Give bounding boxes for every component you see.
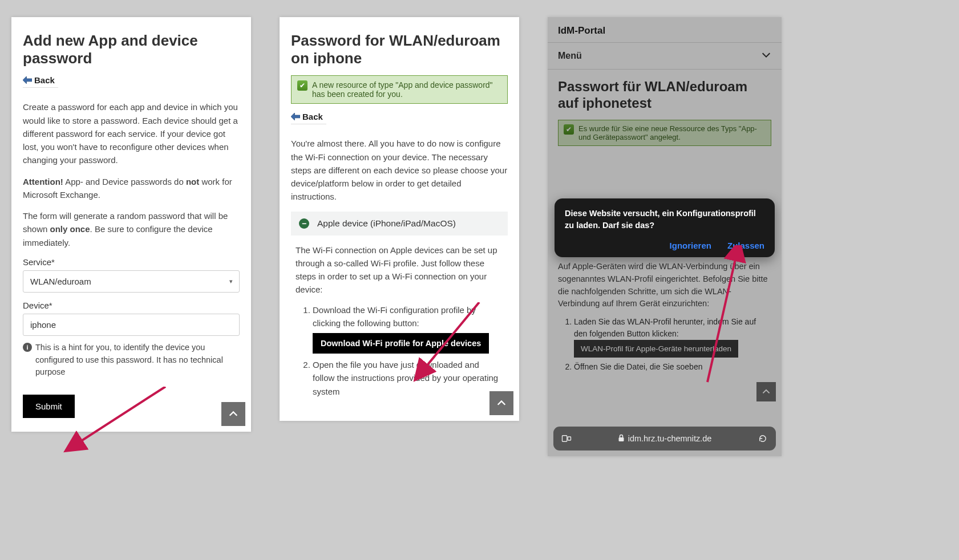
success-banner: ✔ Es wurde für Sie eine neue Ressource d… — [558, 120, 771, 146]
heading: Add new App and device password — [23, 32, 240, 67]
collapse-icon: − — [299, 218, 309, 229]
scroll-to-top-button[interactable] — [756, 382, 776, 401]
chevron-down-icon — [761, 50, 771, 62]
step-2: Open the file you have just downloaded a… — [313, 358, 503, 398]
attention-not: not — [186, 177, 199, 186]
info-icon: i — [23, 343, 32, 352]
accordion-apple-header[interactable]: − Apple device (iPhone/iPad/MacOS) — [291, 212, 508, 236]
panel-phone-dialog: IdM-Portal Menü Passwort für WLAN/eduroa… — [548, 17, 782, 456]
back-label: Back — [34, 75, 55, 85]
safari-url-bar[interactable]: idm.hrz.tu-chemnitz.de — [553, 427, 776, 451]
submit-button[interactable]: Submit — [23, 395, 75, 418]
accordion-apple-body: The Wi-Fi connection on Apple devices ca… — [291, 236, 508, 407]
dialog-allow-button[interactable]: Zulassen — [727, 241, 764, 250]
back-link[interactable]: Back — [291, 112, 326, 124]
success-banner: ✔ A new resource of type "App and device… — [291, 75, 508, 104]
device-label: Device* — [23, 301, 240, 310]
accordion-title: Apple device (iPhone/iPad/MacOS) — [317, 218, 456, 229]
device-hint: i This is a hint for you, to identify th… — [23, 342, 240, 379]
url-display: idm.hrz.tu-chemnitz.de — [580, 434, 750, 444]
panel-wlan-password: Password for WLAN/eduroam on iphone ✔ A … — [280, 17, 519, 421]
svg-line-0 — [79, 387, 165, 443]
annotation-arrow-icon — [63, 387, 177, 455]
apple-intro: Auf Apple-Geräten wird die WLAN-Verbindu… — [558, 261, 771, 310]
scroll-to-top-button[interactable] — [489, 391, 513, 415]
scroll-to-top-button[interactable] — [221, 402, 245, 426]
reader-icon — [561, 433, 572, 444]
download-wifi-profile-button[interactable]: Download Wi-Fi profile for Apple devices — [313, 333, 489, 354]
attention-label: Attention! — [23, 177, 63, 186]
service-select[interactable]: WLAN/eduroam — [23, 270, 240, 293]
random-note: The form will generate a random password… — [23, 209, 240, 249]
svg-rect-3 — [568, 437, 570, 440]
svg-rect-4 — [618, 437, 624, 441]
step-1: Download the Wi-Fi configuration profile… — [313, 303, 503, 354]
heading: Password for WLAN/eduroam on iphone — [291, 32, 508, 67]
portal-title: IdM-Portal — [548, 17, 782, 42]
intro-text: You're almost there. All you have to do … — [291, 137, 508, 203]
chevron-up-icon — [228, 409, 238, 419]
heading: Passwort für WLAN/eduroam auf iphonetest — [558, 79, 771, 112]
reload-icon[interactable] — [758, 433, 768, 444]
step-2: Öffnen Sie die Datei, die Sie soeben — [574, 361, 771, 373]
intro-text: Create a password for each app and devic… — [23, 100, 240, 167]
checkmark-icon: ✔ — [297, 80, 307, 91]
checkmark-icon: ✔ — [564, 124, 574, 135]
svg-rect-2 — [563, 436, 567, 442]
device-input[interactable] — [23, 314, 240, 336]
service-label: Service* — [23, 257, 240, 267]
dialog-message: Diese Website versucht, ein Konfiguratio… — [565, 208, 764, 232]
arrow-left-icon — [291, 113, 300, 121]
arrow-left-icon — [23, 76, 32, 84]
chevron-up-icon — [496, 398, 507, 408]
attention-text: Attention! App- and Device passwords do … — [23, 175, 240, 202]
service-select-wrap: WLAN/eduroam ▾ — [23, 270, 240, 293]
apple-intro: The Wi-Fi connection on Apple devices ca… — [296, 244, 503, 297]
dialog-actions: Ignorieren Zulassen — [565, 241, 764, 250]
download-wifi-profile-button[interactable]: WLAN-Profil für Apple-Geräte herunterlad… — [574, 340, 738, 358]
screenshot-row: Add new App and device password Back Cre… — [11, 17, 948, 456]
menu-toggle[interactable]: Menü — [548, 42, 782, 70]
back-label: Back — [302, 112, 323, 121]
panel-add-password: Add new App and device password Back Cre… — [11, 17, 251, 432]
step-1: Laden Sie das WLAN-Profil herunter, inde… — [574, 316, 771, 358]
ios-config-profile-dialog: Diese Website versucht, ein Konfiguratio… — [555, 198, 775, 257]
dialog-ignore-button[interactable]: Ignorieren — [670, 241, 711, 250]
lock-icon — [618, 434, 625, 444]
chevron-up-icon — [762, 387, 771, 396]
back-link[interactable]: Back — [23, 75, 58, 88]
